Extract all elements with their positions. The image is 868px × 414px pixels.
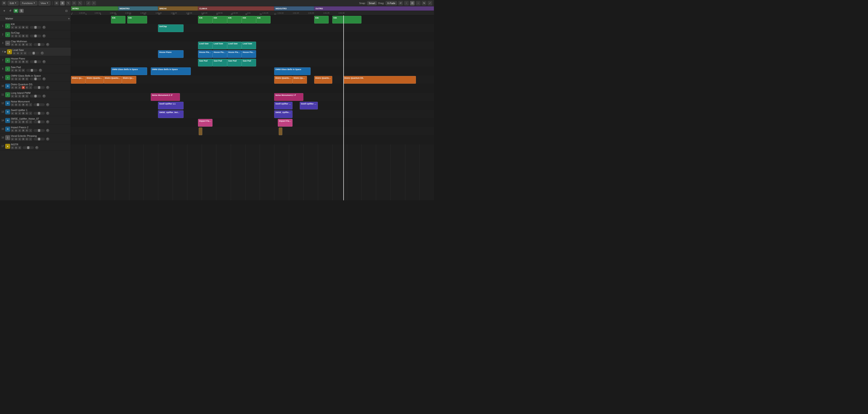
panel-resize-btn[interactable]: ⊡ bbox=[64, 8, 69, 13]
h-ctrl-7[interactable]: H bbox=[11, 60, 14, 63]
r-ctrl-12[interactable]: R bbox=[25, 103, 29, 106]
cmd-ctrl-7[interactable]: ⌘ bbox=[22, 60, 25, 63]
lane-2[interactable]: Sn/Clap bbox=[71, 24, 434, 33]
h-ctrl-3[interactable]: H bbox=[11, 43, 14, 46]
list-view-icon[interactable]: ☰ bbox=[60, 1, 65, 5]
r-ctrl-7[interactable]: R bbox=[25, 60, 29, 63]
s-ctrl-8[interactable]: S bbox=[18, 69, 21, 72]
section-midoutro[interactable]: MIDOUTRO bbox=[274, 6, 314, 11]
h-ctrl-17[interactable]: H bbox=[11, 146, 14, 149]
fader-11[interactable] bbox=[30, 95, 41, 97]
m-ctrl-11[interactable]: M bbox=[14, 94, 18, 98]
h-ctrl-2[interactable]: H bbox=[11, 34, 14, 37]
s-ctrl-10[interactable]: S bbox=[18, 86, 21, 89]
s-ctrl-11[interactable]: S bbox=[18, 94, 21, 98]
region-distro-4[interactable]: Distro Quantum bbox=[122, 76, 136, 84]
region-omni-outro[interactable]: OMNI Glass Bells in Space bbox=[274, 67, 311, 75]
link-icon[interactable]: ⇌ bbox=[398, 1, 403, 5]
cmd-ctrl-2[interactable]: ⌘ bbox=[22, 34, 25, 37]
region-leadsaw-climax3[interactable]: Lead Saw bbox=[227, 41, 242, 49]
knob-13[interactable] bbox=[46, 112, 49, 115]
fader-7[interactable] bbox=[30, 60, 41, 63]
fader-3[interactable] bbox=[33, 43, 45, 46]
ruler[interactable]: 1 1:00:05 1:00:10 1:00:15 1:00:20 1:00:2… bbox=[71, 11, 434, 16]
monitor-icon[interactable]: ⊡ bbox=[410, 1, 414, 5]
arrows-icon[interactable]: ⇆ bbox=[422, 1, 426, 5]
knob-17[interactable] bbox=[35, 146, 38, 149]
section-break[interactable]: BREAK bbox=[158, 6, 198, 11]
m-ctrl-14[interactable]: M bbox=[14, 120, 18, 123]
r-ctrl-10[interactable]: R bbox=[25, 86, 29, 89]
cmd-ctrl-3[interactable]: ⌘ bbox=[22, 43, 25, 46]
level-icon[interactable]: ↕ bbox=[404, 1, 409, 5]
r-ctrl-8[interactable]: R bbox=[22, 69, 25, 72]
r-ctrl-14[interactable]: R bbox=[25, 120, 29, 123]
region-swell-break[interactable]: Swell Uplifter 1.1 bbox=[158, 102, 183, 110]
m-ctrl-13[interactable]: M bbox=[14, 112, 18, 115]
region-leadsaw-climax1[interactable]: Lead Saw bbox=[198, 41, 213, 49]
cmd-ctrl-10[interactable]: ⌘ bbox=[22, 86, 25, 89]
i-ctrl-10[interactable]: I bbox=[29, 86, 32, 89]
m-ctrl-2[interactable]: M bbox=[14, 34, 18, 37]
add-track-btn[interactable]: + bbox=[2, 8, 7, 13]
lane-12[interactable]: Noise Monument.3 ↺ Noise Monument.2 ↺ bbox=[71, 93, 434, 101]
region-distro-5[interactable]: Distro Quantum DS. bbox=[274, 76, 292, 84]
s-ctrl-12[interactable]: S bbox=[18, 103, 21, 106]
edit-menu[interactable]: Edit ▼ bbox=[8, 1, 19, 5]
section-climax[interactable]: CLIMAX bbox=[198, 6, 274, 11]
i-ctrl-15[interactable]: I bbox=[29, 129, 32, 132]
i-ctrl-12[interactable]: I bbox=[29, 103, 32, 106]
cmd-ctrl-1[interactable]: ⌘ bbox=[22, 26, 25, 29]
region-noise-outro[interactable]: Noise Monument.2 ↺ bbox=[274, 93, 303, 101]
h-ctrl-10[interactable]: H bbox=[11, 86, 14, 89]
region-kik-4[interactable]: KIK bbox=[213, 16, 227, 24]
s-ctrl-17[interactable]: S bbox=[18, 146, 21, 149]
region-smse-midoutro[interactable]: SMSE_Uplifter_Nois... bbox=[274, 110, 292, 118]
knob-1[interactable] bbox=[42, 26, 46, 29]
region-distro-7[interactable]: Distro Quantum DS. bbox=[314, 76, 332, 84]
knob-9[interactable] bbox=[42, 77, 46, 81]
lane-4[interactable]: Lead Saw Lead Saw Lead Saw Lead Saw bbox=[71, 41, 434, 50]
m-ctrl-3[interactable]: M bbox=[14, 43, 18, 46]
knob-10[interactable] bbox=[46, 86, 49, 89]
cmd-ctrl-12[interactable]: ⌘ bbox=[22, 103, 25, 106]
lane-1[interactable]: KIK KIK KIK KIK KIK KIK bbox=[71, 16, 434, 24]
lane-7[interactable]: House Piano House Piano House Piano Hous… bbox=[71, 50, 434, 58]
s-ctrl-1[interactable]: S bbox=[18, 26, 21, 29]
region-vocal-midoutro[interactable] bbox=[279, 127, 282, 135]
h-ctrl-12[interactable]: H bbox=[11, 103, 14, 106]
fader-9[interactable] bbox=[30, 78, 41, 80]
knob-3[interactable] bbox=[46, 43, 49, 46]
s-ctrl-16[interactable]: S bbox=[18, 138, 21, 141]
lane-11[interactable] bbox=[71, 84, 434, 93]
cmd-ctrl-14[interactable]: ⌘ bbox=[22, 120, 25, 123]
arrange-area[interactable]: KIK KIK KIK KIK KIK KIK bbox=[71, 16, 434, 200]
s-ctrl-9[interactable]: S bbox=[18, 77, 21, 81]
lane-17[interactable] bbox=[71, 136, 434, 144]
cmd-ctrl-15[interactable]: ⌘ bbox=[22, 129, 25, 132]
expand-btn-4[interactable]: ▶ bbox=[4, 51, 6, 53]
knob-12[interactable] bbox=[46, 103, 49, 106]
region-housepiano-c2[interactable]: House Piano bbox=[213, 50, 227, 58]
region-leadsaw-climax2[interactable]: Lead Saw bbox=[213, 41, 227, 49]
drag-value[interactable]: X-Fade bbox=[385, 1, 397, 5]
region-kik-6[interactable]: KIK bbox=[242, 16, 256, 24]
region-sawpad-c4[interactable]: Saw Pad bbox=[242, 59, 256, 66]
region-kik-8[interactable]: KIK bbox=[314, 16, 329, 24]
region-omni-intro[interactable]: OMNI Glass Bells in Space bbox=[111, 67, 147, 75]
region-leadsaw-climax4[interactable]: Lead Saw bbox=[242, 41, 256, 49]
region-distro-1[interactable]: Distro Quantum DS. bbox=[71, 76, 86, 84]
lane-13[interactable]: Swell Uplifter 1.1 Swell Uplifter 1.3 Sw… bbox=[71, 101, 434, 110]
region-kik-1[interactable]: KIK bbox=[111, 16, 125, 24]
region-distro-6[interactable]: Distro Quantum bbox=[292, 76, 307, 84]
region-kik-3[interactable]: KIK bbox=[198, 16, 213, 24]
h-btn[interactable]: H bbox=[13, 9, 18, 13]
region-sawpad-c1[interactable]: Saw Pad bbox=[198, 59, 213, 66]
region-sawpad-c2[interactable]: Saw Pad bbox=[213, 59, 227, 66]
m-ctrl-15[interactable]: M bbox=[14, 129, 18, 132]
loop-track-btn[interactable]: ↺ bbox=[8, 8, 13, 13]
r-ctrl-1[interactable]: R bbox=[25, 26, 29, 29]
section-outro[interactable]: OUTRO bbox=[314, 6, 434, 11]
region-swell-midoutro[interactable]: Swell Uplifter 1.3 bbox=[274, 102, 292, 110]
lane-8[interactable]: Saw Pad Saw Pad Saw Pad Saw Pad bbox=[71, 58, 434, 67]
